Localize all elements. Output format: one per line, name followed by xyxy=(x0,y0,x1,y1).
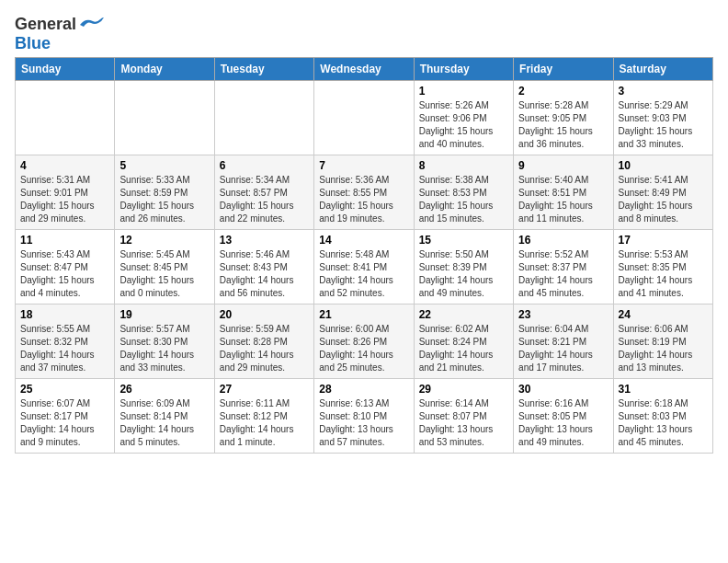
day-number: 3 xyxy=(619,85,708,98)
day-info: Sunrise: 5:55 AM Sunset: 8:32 PM Dayligh… xyxy=(20,323,109,374)
day-number: 15 xyxy=(419,234,508,247)
day-number: 4 xyxy=(20,159,109,172)
day-number: 9 xyxy=(518,159,608,172)
day-info: Sunrise: 5:34 AM Sunset: 8:57 PM Dayligh… xyxy=(220,174,309,225)
calendar-cell: 7Sunrise: 5:36 AM Sunset: 8:55 PM Daylig… xyxy=(314,155,414,230)
day-number: 28 xyxy=(319,383,408,396)
logo-blue-text: Blue xyxy=(15,34,51,53)
calendar-cell: 18Sunrise: 5:55 AM Sunset: 8:32 PM Dayli… xyxy=(16,304,115,379)
calendar-cell: 10Sunrise: 5:41 AM Sunset: 8:49 PM Dayli… xyxy=(613,155,712,230)
day-info: Sunrise: 5:40 AM Sunset: 8:51 PM Dayligh… xyxy=(518,174,608,225)
calendar-table: SundayMondayTuesdayWednesdayThursdayFrid… xyxy=(15,57,713,454)
calendar-cell xyxy=(214,81,313,155)
day-number: 27 xyxy=(220,383,309,396)
calendar-cell: 21Sunrise: 6:00 AM Sunset: 8:26 PM Dayli… xyxy=(314,304,414,379)
day-info: Sunrise: 5:46 AM Sunset: 8:43 PM Dayligh… xyxy=(220,248,309,300)
day-info: Sunrise: 5:41 AM Sunset: 8:49 PM Dayligh… xyxy=(619,174,708,225)
day-number: 10 xyxy=(619,159,708,172)
weekday-header: Wednesday xyxy=(314,58,414,81)
weekday-header: Tuesday xyxy=(214,58,313,81)
calendar-cell: 25Sunrise: 6:07 AM Sunset: 8:17 PM Dayli… xyxy=(16,379,115,454)
calendar-cell: 3Sunrise: 5:29 AM Sunset: 9:03 PM Daylig… xyxy=(613,81,712,155)
day-info: Sunrise: 6:00 AM Sunset: 8:26 PM Dayligh… xyxy=(319,323,408,374)
calendar-cell: 26Sunrise: 6:09 AM Sunset: 8:14 PM Dayli… xyxy=(115,379,214,454)
calendar-cell xyxy=(16,81,115,155)
day-number: 11 xyxy=(20,234,109,247)
day-info: Sunrise: 6:09 AM Sunset: 8:14 PM Dayligh… xyxy=(119,397,209,449)
calendar-cell: 31Sunrise: 6:18 AM Sunset: 8:03 PM Dayli… xyxy=(613,379,712,454)
calendar-cell xyxy=(314,81,414,155)
day-info: Sunrise: 6:18 AM Sunset: 8:03 PM Dayligh… xyxy=(619,397,708,449)
calendar-cell: 8Sunrise: 5:38 AM Sunset: 8:53 PM Daylig… xyxy=(414,155,513,230)
day-number: 19 xyxy=(119,308,209,321)
calendar-cell: 14Sunrise: 5:48 AM Sunset: 8:41 PM Dayli… xyxy=(314,230,414,304)
day-info: Sunrise: 5:48 AM Sunset: 8:41 PM Dayligh… xyxy=(319,248,408,300)
day-number: 31 xyxy=(619,383,708,396)
calendar-week-row: 25Sunrise: 6:07 AM Sunset: 8:17 PM Dayli… xyxy=(16,379,713,454)
calendar-cell xyxy=(115,81,214,155)
calendar-cell: 29Sunrise: 6:14 AM Sunset: 8:07 PM Dayli… xyxy=(414,379,513,454)
day-number: 2 xyxy=(518,85,608,98)
calendar-cell: 4Sunrise: 5:31 AM Sunset: 9:01 PM Daylig… xyxy=(16,155,115,230)
day-info: Sunrise: 5:45 AM Sunset: 8:45 PM Dayligh… xyxy=(119,248,209,300)
day-number: 26 xyxy=(119,383,209,396)
day-info: Sunrise: 5:43 AM Sunset: 8:47 PM Dayligh… xyxy=(20,248,109,300)
day-number: 22 xyxy=(419,308,508,321)
day-info: Sunrise: 5:29 AM Sunset: 9:03 PM Dayligh… xyxy=(619,99,708,151)
day-number: 14 xyxy=(319,234,408,247)
header: General Blue xyxy=(15,15,713,53)
day-info: Sunrise: 6:07 AM Sunset: 8:17 PM Dayligh… xyxy=(20,397,109,449)
day-number: 30 xyxy=(518,383,608,396)
day-info: Sunrise: 5:53 AM Sunset: 8:35 PM Dayligh… xyxy=(619,248,708,300)
day-info: Sunrise: 5:33 AM Sunset: 8:59 PM Dayligh… xyxy=(119,174,209,225)
day-number: 24 xyxy=(619,308,708,321)
day-info: Sunrise: 5:57 AM Sunset: 8:30 PM Dayligh… xyxy=(119,323,209,374)
calendar-cell: 5Sunrise: 5:33 AM Sunset: 8:59 PM Daylig… xyxy=(115,155,214,230)
calendar-cell: 12Sunrise: 5:45 AM Sunset: 8:45 PM Dayli… xyxy=(115,230,214,304)
calendar-week-row: 11Sunrise: 5:43 AM Sunset: 8:47 PM Dayli… xyxy=(16,230,713,304)
calendar-header-row: SundayMondayTuesdayWednesdayThursdayFrid… xyxy=(16,58,713,81)
day-info: Sunrise: 5:31 AM Sunset: 9:01 PM Dayligh… xyxy=(20,174,109,225)
day-info: Sunrise: 5:38 AM Sunset: 8:53 PM Dayligh… xyxy=(419,174,508,225)
weekday-header: Friday xyxy=(514,58,613,81)
day-info: Sunrise: 5:28 AM Sunset: 9:05 PM Dayligh… xyxy=(518,99,608,151)
day-info: Sunrise: 5:50 AM Sunset: 8:39 PM Dayligh… xyxy=(419,248,508,300)
logo-general-text: General xyxy=(15,15,76,34)
day-info: Sunrise: 5:26 AM Sunset: 9:06 PM Dayligh… xyxy=(419,99,508,151)
day-number: 17 xyxy=(619,234,708,247)
weekday-header: Monday xyxy=(115,58,214,81)
day-number: 25 xyxy=(20,383,109,396)
day-info: Sunrise: 5:59 AM Sunset: 8:28 PM Dayligh… xyxy=(220,323,309,374)
day-number: 20 xyxy=(220,308,309,321)
calendar-cell: 11Sunrise: 5:43 AM Sunset: 8:47 PM Dayli… xyxy=(16,230,115,304)
calendar-cell: 24Sunrise: 6:06 AM Sunset: 8:19 PM Dayli… xyxy=(613,304,712,379)
day-info: Sunrise: 6:14 AM Sunset: 8:07 PM Dayligh… xyxy=(419,397,508,449)
calendar-cell: 28Sunrise: 6:13 AM Sunset: 8:10 PM Dayli… xyxy=(314,379,414,454)
calendar-cell: 13Sunrise: 5:46 AM Sunset: 8:43 PM Dayli… xyxy=(214,230,313,304)
calendar-cell: 16Sunrise: 5:52 AM Sunset: 8:37 PM Dayli… xyxy=(514,230,613,304)
calendar-cell: 27Sunrise: 6:11 AM Sunset: 8:12 PM Dayli… xyxy=(214,379,313,454)
day-number: 23 xyxy=(518,308,608,321)
logo-bird-icon xyxy=(78,16,104,34)
day-number: 5 xyxy=(119,159,209,172)
day-info: Sunrise: 5:36 AM Sunset: 8:55 PM Dayligh… xyxy=(319,174,408,225)
day-number: 21 xyxy=(319,308,408,321)
day-number: 16 xyxy=(518,234,608,247)
day-info: Sunrise: 6:11 AM Sunset: 8:12 PM Dayligh… xyxy=(220,397,309,449)
day-number: 12 xyxy=(119,234,209,247)
calendar-cell: 6Sunrise: 5:34 AM Sunset: 8:57 PM Daylig… xyxy=(214,155,313,230)
calendar-cell: 2Sunrise: 5:28 AM Sunset: 9:05 PM Daylig… xyxy=(514,81,613,155)
weekday-header: Saturday xyxy=(613,58,712,81)
weekday-header: Thursday xyxy=(414,58,513,81)
day-number: 18 xyxy=(20,308,109,321)
day-info: Sunrise: 6:06 AM Sunset: 8:19 PM Dayligh… xyxy=(619,323,708,374)
calendar-week-row: 4Sunrise: 5:31 AM Sunset: 9:01 PM Daylig… xyxy=(16,155,713,230)
day-number: 1 xyxy=(419,85,508,98)
day-number: 13 xyxy=(220,234,309,247)
day-number: 6 xyxy=(220,159,309,172)
calendar-cell: 1Sunrise: 5:26 AM Sunset: 9:06 PM Daylig… xyxy=(414,81,513,155)
day-number: 29 xyxy=(419,383,508,396)
logo: General Blue xyxy=(15,15,104,53)
calendar-cell: 22Sunrise: 6:02 AM Sunset: 8:24 PM Dayli… xyxy=(414,304,513,379)
day-number: 7 xyxy=(319,159,408,172)
